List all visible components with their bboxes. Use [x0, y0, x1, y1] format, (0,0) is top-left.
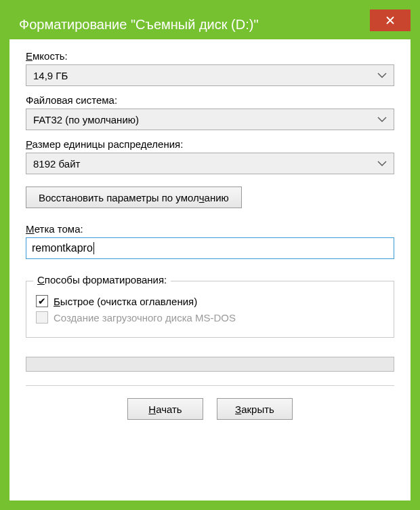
chevron-down-icon [377, 159, 387, 168]
chevron-down-icon [377, 71, 387, 79]
start-button[interactable]: Начать [127, 398, 203, 420]
text-caret [93, 242, 94, 254]
msdos-boot-checkbox [36, 311, 48, 323]
format-options-title: Способы форматирования: [33, 274, 171, 286]
allocunit-field: Размер единицы распределения: 8192 байт [26, 138, 394, 174]
filesystem-field: Файловая система: FAT32 (по умолчанию) [26, 94, 394, 130]
chevron-down-icon [377, 115, 387, 123]
dialog-footer: Начать Закрыть [26, 385, 394, 420]
dialog-body: Емкость: 14,9 ГБ Файловая система: FAT32… [9, 39, 411, 501]
restore-defaults-button[interactable]: Восстановить параметры по умолчанию [26, 187, 242, 208]
volume-label-field: Метка тома: remontkapro [26, 223, 394, 259]
format-dialog: Форматирование "Съемный диск (D:)" Емкос… [0, 0, 420, 510]
quick-format-label: Быстрое (очистка оглавления) [54, 296, 197, 307]
volume-label-value: remontkapro [32, 242, 93, 254]
window-title: Форматирование "Съемный диск (D:)" [19, 17, 259, 33]
quick-format-row[interactable]: ✔ Быстрое (очистка оглавления) [36, 295, 384, 307]
close-icon[interactable] [370, 9, 411, 31]
quick-format-checkbox[interactable]: ✔ [36, 295, 48, 307]
progress-bar [26, 357, 394, 372]
allocunit-select[interactable]: 8192 байт [26, 153, 394, 174]
capacity-value: 14,9 ГБ [33, 70, 68, 81]
capacity-select[interactable]: 14,9 ГБ [26, 64, 394, 86]
filesystem-value: FAT32 (по умолчанию) [33, 114, 139, 125]
filesystem-label: Файловая система: [26, 94, 394, 106]
restore-defaults-row: Восстановить параметры по умолчанию [26, 187, 394, 208]
allocunit-label: Размер единицы распределения: [26, 138, 394, 150]
msdos-boot-label: Создание загрузочного диска MS-DOS [54, 312, 236, 323]
titlebar: Форматирование "Съемный диск (D:)" [9, 9, 411, 39]
allocunit-value: 8192 байт [33, 158, 80, 170]
close-button[interactable]: Закрыть [217, 398, 293, 420]
msdos-boot-row: Создание загрузочного диска MS-DOS [36, 311, 384, 323]
filesystem-select[interactable]: FAT32 (по умолчанию) [26, 109, 394, 130]
format-options-group: Способы форматирования: ✔ Быстрое (очист… [26, 281, 394, 338]
capacity-label: Емкость: [26, 50, 394, 62]
volume-label-input[interactable]: remontkapro [26, 237, 394, 259]
volume-label-label: Метка тома: [26, 223, 394, 235]
capacity-field: Емкость: 14,9 ГБ [26, 50, 394, 86]
